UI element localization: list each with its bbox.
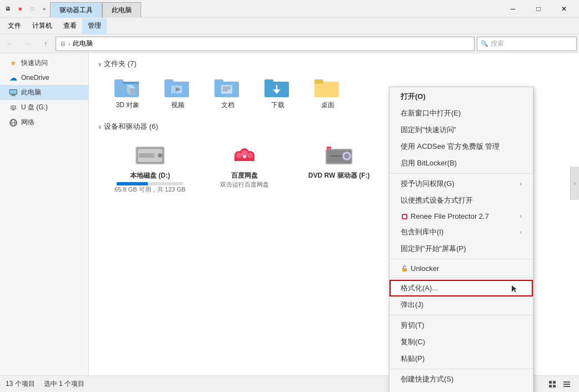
svg-rect-63 (563, 384, 570, 385)
star-icon (9, 59, 18, 68)
devices-toggle-icon: ∨ (98, 124, 102, 130)
ctx-eject[interactable]: 弹出(J) (390, 296, 533, 313)
ctx-portable[interactable]: 以便携式设备方式打开 (390, 192, 533, 209)
ctx-arrow-library: › (520, 229, 522, 235)
ctx-format[interactable]: 格式化(A)... (390, 280, 533, 296)
svg-rect-21 (214, 79, 223, 84)
ctx-create-shortcut[interactable]: 创建快捷方式(S) (390, 371, 533, 388)
svg-rect-22 (221, 85, 232, 94)
menu-file[interactable]: 文件 (2, 18, 27, 34)
title-bar: 🖥 ■ □ ▸ 驱动器工具 此电脑 ─ □ ✕ (0, 0, 579, 18)
device-dvd-f[interactable]: DVD DVD RW 驱动器 (F:) (295, 137, 383, 198)
up-button[interactable]: ↑ (38, 37, 53, 51)
title-icon-4: ▸ (39, 3, 50, 14)
search-input[interactable]: 🔍 搜索 (477, 37, 577, 51)
ctx-separator-5 (390, 369, 533, 369)
usb-icon (9, 103, 18, 112)
svg-rect-12 (114, 79, 123, 84)
svg-rect-67 (402, 268, 407, 272)
svg-rect-2 (12, 94, 15, 96)
ctx-separator-1 (390, 173, 533, 174)
ctx-pin-start[interactable]: 固定到"开始"屏幕(P) (390, 240, 533, 257)
ctx-cut[interactable]: 剪切(T) (390, 317, 533, 334)
sidebar: 快速访问 OneDrive 此电脑 (0, 53, 89, 375)
back-button[interactable]: ← (2, 37, 18, 51)
ctx-acdsee[interactable]: 使用 ACDSee 官方免费版 管理 (390, 138, 533, 155)
folders-toggle-icon: ∨ (98, 61, 102, 67)
ctx-unlocker[interactable]: Unlocker (390, 261, 533, 276)
svg-point-35 (158, 153, 162, 158)
ctx-open-new-window[interactable]: 在新窗口中打开(E) (390, 105, 533, 122)
devices-section-title: 设备和驱动器 (6) (104, 122, 158, 132)
ctx-separator-4 (390, 315, 533, 315)
menu-manage[interactable]: 管理 (82, 18, 107, 34)
sidebar-item-onedrive[interactable]: OneDrive (0, 71, 88, 85)
ctx-pin-quick-access[interactable]: 固定到"快速访问" (390, 122, 533, 138)
folders-section-title: 文件夹 (7) (104, 59, 137, 69)
device-d-sub: 65.8 GB 可用，共 123 GB (114, 185, 186, 194)
tab-driver-tools[interactable]: 驱动器工具 (50, 2, 102, 18)
close-button[interactable]: ✕ (551, 0, 577, 18)
address-path[interactable]: 🖥 › 此电脑 (56, 37, 475, 51)
menu-view[interactable]: 查看 (58, 18, 82, 34)
hdd-d-icon (132, 141, 168, 170)
forward-button[interactable]: → (20, 37, 36, 51)
folder-document[interactable]: 文档 (206, 74, 250, 113)
ctx-separator-3 (390, 278, 533, 278)
ctx-access[interactable]: 授予访问权限(G) › (390, 175, 533, 192)
dvd-icon: DVD (321, 141, 357, 170)
renee-icon (401, 213, 408, 220)
cursor-indicator (511, 284, 522, 292)
ctx-rename[interactable]: 重命名(M) (390, 388, 533, 392)
folders-section-header[interactable]: ∨ 文件夹 (7) (98, 59, 570, 69)
maximize-button[interactable]: □ (526, 0, 551, 18)
selected-count: 选中 1 个项目 (44, 379, 84, 389)
folder-download-label: 下载 (271, 100, 284, 110)
menu-computer[interactable]: 计算机 (27, 18, 58, 34)
dvd-label: DVD RW 驱动器 (F:) (308, 171, 370, 180)
folder-desktop[interactable]: 桌面 (306, 74, 350, 113)
sidebar-item-usb[interactable]: U 盘 (G:) (0, 100, 88, 115)
sidebar-item-network[interactable]: 网络 (0, 115, 88, 130)
folder-3d-objects[interactable]: 3D 对象 (106, 74, 150, 113)
network-icon (9, 118, 18, 127)
ctx-open[interactable]: 打开(O) (390, 88, 533, 105)
tab-this-pc[interactable]: 此电脑 (102, 2, 141, 18)
device-d-label: 本地磁盘 (D:) (130, 171, 170, 180)
title-tabs: 驱动器工具 此电脑 (50, 0, 141, 18)
ctx-bitlocker[interactable]: 启用 BitLocker(B) (390, 155, 533, 172)
folder-video[interactable]: 视频 (156, 74, 200, 113)
folder-3d-label: 3D 对象 (116, 100, 140, 110)
svg-rect-27 (264, 79, 273, 84)
svg-rect-1 (10, 90, 17, 94)
svg-rect-62 (563, 381, 570, 383)
svg-rect-58 (549, 381, 552, 384)
folder-video-icon (164, 77, 191, 99)
ctx-renee[interactable]: Renee File Protector 2.7 › (390, 209, 533, 224)
baidu-cloud-icon (227, 141, 262, 170)
sidebar-item-this-pc[interactable]: 此电脑 (0, 85, 88, 100)
sidebar-item-quick-access[interactable]: 快速访问 (0, 56, 88, 71)
list-view-button[interactable] (560, 378, 573, 390)
svg-rect-30 (315, 82, 339, 97)
ctx-separator-2 (390, 259, 533, 259)
item-count: 13 个项目 (6, 379, 35, 389)
svg-rect-60 (549, 385, 552, 388)
svg-point-44 (243, 155, 246, 158)
ctx-paste[interactable]: 粘贴(P) (390, 350, 533, 367)
svg-rect-31 (315, 79, 323, 84)
minimize-button[interactable]: ─ (500, 0, 526, 18)
svg-rect-64 (563, 386, 570, 387)
device-local-disk-d[interactable]: 本地磁盘 (D:) 65.8 GB 可用，共 123 GB (106, 137, 194, 198)
folder-desktop-label: 桌面 (321, 100, 335, 110)
svg-marker-15 (130, 88, 136, 95)
svg-rect-66 (403, 215, 406, 218)
folder-download[interactable]: 下载 (256, 74, 300, 113)
svg-point-41 (236, 153, 242, 158)
tile-view-button[interactable] (546, 378, 559, 390)
svg-rect-61 (553, 385, 556, 388)
ctx-copy[interactable]: 复制(C) (390, 334, 533, 350)
right-scroll[interactable]: › (570, 167, 579, 200)
ctx-add-library[interactable]: 包含到库中(I) › (390, 224, 533, 240)
device-baidu-cloud[interactable]: 百度网盘 双击运行百度网盘 (200, 137, 289, 198)
